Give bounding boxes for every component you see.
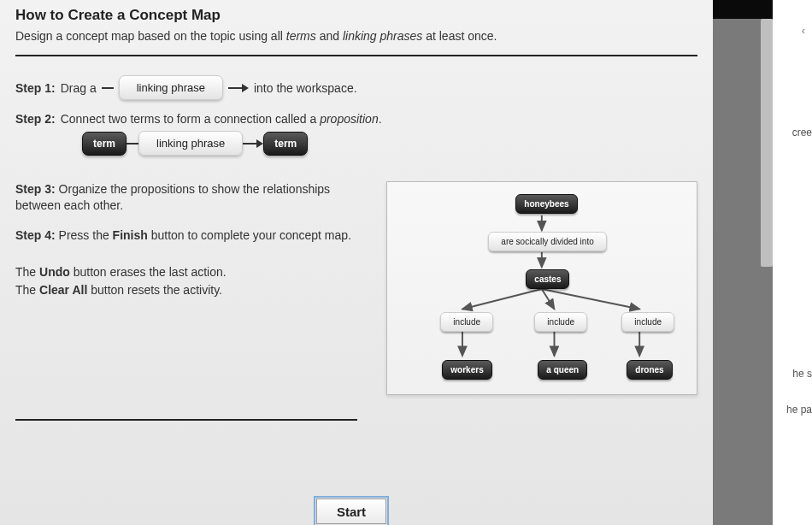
clear-note: The Clear All button resets the activity…: [15, 282, 368, 298]
right-gutter: ‹ cree he s he pa: [773, 0, 812, 525]
bg-fragment-3: he pa: [786, 404, 812, 416]
intro-and: and: [316, 29, 343, 43]
finish-bold: Finish: [113, 228, 148, 242]
linking-phrase-node[interactable]: linking phrase: [138, 131, 243, 156]
undo-bold: Undo: [39, 265, 70, 279]
intro-pre: Design a concept map based on the topic …: [15, 29, 286, 43]
clear-all-bold: Clear All: [39, 283, 87, 297]
step-3: Step 3: Organize the propositions to sho…: [15, 181, 368, 214]
intro-text: Design a concept map based on the topic …: [15, 29, 697, 43]
bg-fragment-1: cree: [792, 127, 812, 139]
side-dark-top: [713, 0, 773, 19]
example-concept-map: honeybees are socically divided into cas…: [386, 181, 697, 395]
bg-fragment-2: he s: [792, 368, 812, 380]
node-include-1: include: [440, 312, 493, 332]
chevron-left-icon[interactable]: ‹: [802, 24, 805, 37]
term-node[interactable]: term: [263, 132, 308, 156]
node-workers: workers: [442, 360, 491, 380]
step1-pre: Drag a: [61, 81, 97, 95]
node-drones: drones: [627, 360, 672, 380]
step3-text: Organize the propositions to show the re…: [15, 182, 330, 212]
step1-post: into the workspace.: [254, 81, 357, 95]
connector-line: [127, 143, 138, 145]
node-honeybees: honeybees: [515, 194, 577, 214]
step2-label: Step 2:: [15, 112, 56, 126]
arrow-right-icon: [243, 139, 263, 148]
node-include-3: include: [621, 312, 674, 332]
connector-line: [102, 87, 114, 89]
intro-terms: terms: [286, 29, 316, 43]
intro-post: at least once.: [422, 29, 497, 43]
divider-bottom: [15, 419, 357, 421]
svg-line-3: [542, 289, 555, 309]
node-castes: castes: [526, 269, 569, 289]
step1-label: Step 1:: [15, 81, 56, 95]
scrollbar-thumb[interactable]: [761, 19, 773, 267]
step4-label: Step 4:: [15, 228, 56, 242]
steps-text-column: Step 3: Organize the propositions to sho…: [15, 181, 368, 311]
step-1: Step 1: Drag a linking phrase into the w…: [15, 75, 697, 100]
step2-text: Connect two terms to form a connection c…: [61, 112, 382, 126]
node-include-2: include: [534, 312, 587, 332]
start-button[interactable]: Start: [316, 498, 386, 524]
svg-line-4: [542, 289, 639, 309]
divider-top: [15, 55, 697, 56]
svg-line-2: [462, 289, 542, 309]
proposition-example: term linking phrase term: [82, 131, 697, 156]
undo-note: The Undo button erases the last action.: [15, 264, 368, 280]
step-2: Step 2: Connect two terms to form a conn…: [15, 112, 697, 126]
arrow-right-icon: [228, 84, 249, 92]
intro-linking: linking phrases: [343, 29, 422, 43]
term-node[interactable]: term: [82, 132, 127, 156]
node-queen: a queen: [538, 360, 587, 380]
side-dark-strip: [713, 0, 773, 525]
page-title: How to Create a Concept Map: [15, 7, 697, 24]
instructions-panel: How to Create a Concept Map Design a con…: [0, 0, 713, 525]
step3-label: Step 3:: [15, 182, 56, 196]
step-4: Step 4: Press the Finish button to compl…: [15, 227, 368, 244]
node-divided: are socically divided into: [488, 232, 606, 251]
linking-phrase-example[interactable]: linking phrase: [119, 75, 223, 100]
